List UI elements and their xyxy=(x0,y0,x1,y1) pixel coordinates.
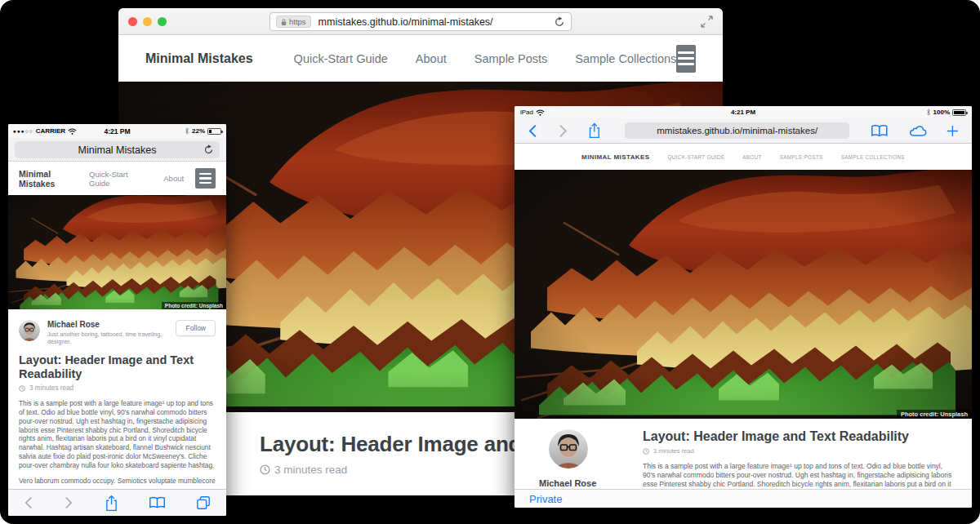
composite-canvas: https mmistakes.github.io/minimal-mistak… xyxy=(0,0,980,524)
site-brand[interactable]: MINIMAL MISTAKES xyxy=(581,153,649,161)
nav-link-about[interactable]: ABOUT xyxy=(742,154,762,160)
author-row: Michael Rose Just another boring, tattoo… xyxy=(8,309,226,349)
address-bar[interactable]: Minimal Mistakes xyxy=(15,141,220,158)
avatar-photo xyxy=(19,320,40,341)
site-brand[interactable]: Minimal Mistakes xyxy=(19,169,89,189)
feature-image: Photo credit: Unsplash xyxy=(8,195,226,309)
iphone-site-nav: Minimal Mistakes Quick-Start Guide About xyxy=(8,162,226,195)
hamburger-menu-icon[interactable] xyxy=(676,45,696,73)
close-window-button[interactable] xyxy=(128,17,137,26)
clock-icon xyxy=(260,464,270,475)
back-icon[interactable] xyxy=(528,123,538,139)
bluetooth-icon xyxy=(926,109,931,116)
status-time: 4:21 PM xyxy=(514,109,972,116)
nav-link-about[interactable]: About xyxy=(163,174,184,183)
nav-link-quick-start[interactable]: Quick-Start Guide xyxy=(294,52,388,65)
nav-links: Quick-Start Guide About Sample Posts Sam… xyxy=(294,52,677,65)
forward-icon[interactable] xyxy=(558,123,568,139)
private-label[interactable]: Private xyxy=(529,493,562,505)
follow-button[interactable]: Follow xyxy=(176,320,216,336)
iphone-url-bar: Minimal Mistakes xyxy=(8,138,226,162)
ipad-status-bar: iPad 4:21 PM 100% xyxy=(514,106,972,118)
address-bar[interactable]: mmistakes.github.io/minimal-mistakes/ xyxy=(625,122,849,139)
share-icon[interactable] xyxy=(105,495,118,512)
address-bar[interactable]: https mmistakes.github.io/minimal-mistak… xyxy=(270,12,572,31)
ipad-browser-window: iPad 4:21 PM 100% mmistakes.github.io/mi… xyxy=(514,106,972,508)
device-label: iPad xyxy=(520,109,533,116)
iphone-bottom-toolbar xyxy=(8,489,226,516)
author-name: Michael Rose xyxy=(47,320,176,329)
article-meta: 3 minutes read xyxy=(643,447,956,455)
icloud-tabs-icon[interactable] xyxy=(908,125,928,137)
iphone-status-bar: ●●●○○ CARRIER 4:21 PM 22% xyxy=(8,124,226,138)
photo-credit: Photo credit: Unsplash xyxy=(897,410,972,419)
site-brand[interactable]: Minimal Mistakes xyxy=(145,51,253,66)
battery-icon xyxy=(207,128,221,135)
desktop-browser-toolbar: https mmistakes.github.io/minimal-mistak… xyxy=(118,8,723,35)
article-paragraph: This is a sample post with a large featu… xyxy=(19,399,216,469)
forward-icon[interactable] xyxy=(64,495,74,510)
reload-icon[interactable] xyxy=(203,144,214,155)
battery-percent: 22% xyxy=(192,127,205,135)
leaves-photo xyxy=(514,170,972,419)
share-icon[interactable] xyxy=(588,122,601,139)
avatar-photo xyxy=(549,429,588,468)
bookmarks-icon[interactable] xyxy=(871,124,889,138)
nav-link-sample-posts[interactable]: SAMPLE POSTS xyxy=(780,154,823,160)
nav-link-sample-collections[interactable]: Sample Collections xyxy=(575,52,676,65)
reading-time: 3 minutes read xyxy=(274,464,347,476)
nav-link-sample-posts[interactable]: Sample Posts xyxy=(474,52,547,65)
bookmarks-icon[interactable] xyxy=(149,496,166,509)
reload-icon[interactable] xyxy=(554,16,565,28)
minimize-window-button[interactable] xyxy=(143,17,152,26)
clock-icon xyxy=(19,385,25,392)
author-name: Michael Rose xyxy=(539,478,625,488)
https-badge: https xyxy=(276,16,311,28)
nav-link-sample-collections[interactable]: SAMPLE COLLECTIONS xyxy=(841,154,905,160)
desktop-site-nav: Minimal Mistakes Quick-Start Guide About… xyxy=(118,35,723,82)
tabs-icon[interactable] xyxy=(196,495,211,510)
photo-credit: Photo credit: Unsplash xyxy=(162,302,226,309)
new-tab-icon[interactable] xyxy=(947,125,959,137)
wifi-icon xyxy=(536,109,545,116)
reading-time: 3 minutes read xyxy=(29,384,74,392)
lock-icon xyxy=(281,18,287,26)
iphone-browser-window: ●●●○○ CARRIER 4:21 PM 22% Minimal Mistak… xyxy=(8,124,226,516)
reading-time: 3 minutes read xyxy=(653,447,694,455)
window-controls xyxy=(128,17,167,26)
nav-link-quick-start[interactable]: Quick-Start Guide xyxy=(89,170,150,188)
author-bio: Just another boring, tattooed, time trav… xyxy=(47,331,176,345)
avatar xyxy=(549,429,588,468)
article-title: Layout: Header Image and Text Readabilit… xyxy=(643,429,956,444)
https-label: https xyxy=(289,17,306,26)
private-browsing-bar: Private xyxy=(514,489,972,508)
battery-percent: 100% xyxy=(933,109,950,116)
clock-icon xyxy=(643,448,649,455)
url-text: mmistakes.github.io/minimal-mistakes/ xyxy=(318,16,493,28)
feature-image: Photo credit: Unsplash xyxy=(514,170,972,419)
back-icon[interactable] xyxy=(24,495,33,510)
ipad-site-nav: MINIMAL MISTAKES QUICK-START GUIDE ABOUT… xyxy=(514,144,972,170)
ipad-browser-toolbar: mmistakes.github.io/minimal-mistakes/ xyxy=(514,118,972,144)
battery-icon xyxy=(952,109,966,116)
zoom-window-button[interactable] xyxy=(158,17,167,26)
hamburger-menu-icon[interactable] xyxy=(195,168,216,189)
nav-link-quick-start[interactable]: QUICK-START GUIDE xyxy=(668,154,725,160)
page-title: Minimal Mistakes xyxy=(78,144,157,156)
fullscreen-icon[interactable] xyxy=(701,16,713,28)
article-meta: 3 minutes read xyxy=(19,384,216,392)
article-paragraph-2: Vero laborum commodo occupy. Semiotics v… xyxy=(19,477,216,486)
article-title: Layout: Header Image and Text Readabilit… xyxy=(19,353,216,381)
avatar xyxy=(19,320,40,341)
leaves-photo xyxy=(8,195,226,309)
bluetooth-icon xyxy=(185,127,189,135)
nav-link-about[interactable]: About xyxy=(416,52,447,65)
